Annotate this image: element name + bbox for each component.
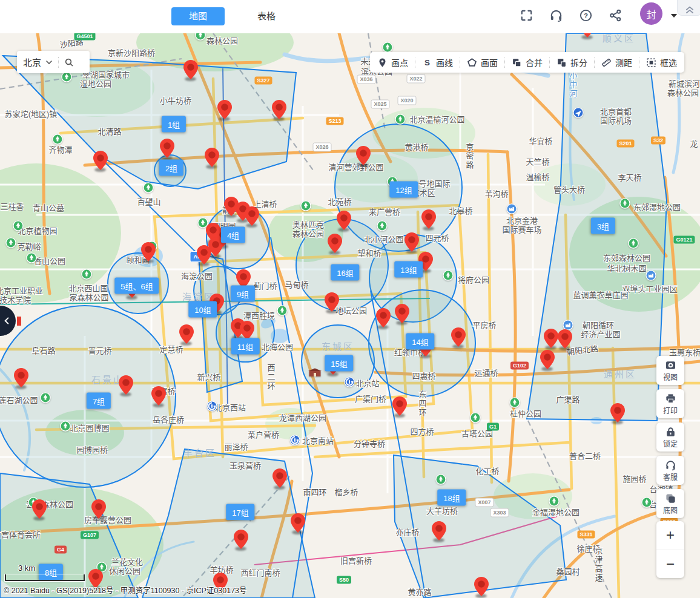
map-pin[interactable]: [179, 324, 194, 344]
map-pin[interactable]: [140, 242, 156, 262]
map-pin[interactable]: [394, 303, 410, 324]
group-label[interactable]: 10组: [188, 301, 217, 318]
toolbar-divider: [504, 58, 505, 68]
map-place-label: 东城区: [322, 340, 354, 352]
help-icon[interactable]: ?: [579, 8, 593, 22]
group-label[interactable]: 14组: [406, 334, 434, 350]
map-place-label: 蓝调薰衣草庄园: [573, 289, 628, 300]
group-label[interactable]: 9组: [231, 286, 255, 302]
search-icon[interactable]: [64, 58, 74, 67]
side-tool-headset[interactable]: 客服: [656, 456, 684, 485]
zoom-out-button[interactable]: −: [656, 550, 684, 579]
group-label[interactable]: 3组: [591, 218, 615, 234]
map-pin[interactable]: [31, 499, 47, 519]
road-shield: S327: [254, 77, 272, 85]
road-shield: X025: [371, 100, 389, 109]
road-shield: S331: [577, 531, 595, 539]
draw-tool-merge[interactable]: 合并: [512, 56, 543, 68]
map-pin[interactable]: [151, 386, 167, 406]
fullscreen-icon[interactable]: [520, 8, 533, 22]
map-place-label: 湿地公园: [80, 77, 111, 89]
support-icon[interactable]: [549, 8, 563, 22]
group-label[interactable]: 15组: [325, 355, 353, 372]
draw-tool-split[interactable]: 拆分: [556, 56, 587, 68]
map-pin[interactable]: [217, 99, 233, 120]
map-pin[interactable]: [421, 209, 437, 229]
side-tool-label: 打印: [663, 405, 678, 415]
group-label[interactable]: 16组: [331, 264, 359, 281]
map-place-label: 榴乡桥: [334, 486, 358, 498]
draw-tool-polygon[interactable]: 画面: [467, 56, 498, 68]
map-pin[interactable]: [392, 396, 408, 416]
group-label[interactable]: 4组: [221, 227, 245, 243]
group-label[interactable]: 18组: [437, 490, 466, 506]
group-label[interactable]: 2组: [159, 160, 183, 176]
map-pin[interactable]: [290, 513, 306, 533]
side-tool-lock[interactable]: 锁定: [656, 422, 684, 452]
map-place-label: 北小河公园: [364, 233, 403, 245]
map-pin[interactable]: [610, 402, 626, 423]
share-icon[interactable]: [609, 8, 622, 22]
zoom-in-button[interactable]: +: [656, 521, 684, 550]
map-pin[interactable]: [579, 33, 595, 38]
map-pin[interactable]: [204, 147, 220, 168]
map-pin[interactable]: [159, 138, 175, 159]
map-pin[interactable]: [272, 468, 288, 488]
map-place-label: 阜石路: [31, 344, 55, 356]
draw-tool-measure[interactable]: 测距: [601, 56, 632, 68]
group-label[interactable]: 1组: [162, 116, 186, 133]
map-place-label: 家森林公园: [69, 291, 108, 303]
map-pin[interactable]: [451, 327, 466, 347]
draw-tool-polyline[interactable]: S画线: [422, 56, 453, 68]
road-shield: X007: [475, 498, 494, 507]
map-pin[interactable]: [474, 576, 489, 597]
map-place-label: 华宜桥: [529, 135, 552, 146]
map-place-label: 四方桥: [410, 426, 434, 437]
map-place-label: 远通桥: [474, 367, 498, 378]
group-label[interactable]: 7组: [87, 393, 111, 409]
collapse-header-button[interactable]: [677, 0, 700, 16]
side-tool-layers[interactable]: 底图: [656, 489, 684, 518]
map-pin[interactable]: [93, 150, 108, 171]
map-pin[interactable]: [271, 99, 287, 120]
map-place-label: 森林公园: [206, 34, 238, 46]
side-tool-view[interactable]: 视图: [656, 356, 684, 385]
map-canvas[interactable]: 沙阳路京新沙阳路桥翠湖国家城市湿地公园森林公园小牛坊桥北清路苏家坨(地区)镇齐物…: [0, 33, 700, 598]
city-selector[interactable]: 北京: [17, 51, 90, 73]
map-place-label: 克勒峪: [17, 240, 41, 252]
map-pin[interactable]: [336, 210, 352, 231]
map-pin[interactable]: [244, 206, 260, 226]
map-pin[interactable]: [355, 145, 371, 166]
tab-table[interactable]: 表格: [248, 7, 285, 25]
map-pin[interactable]: [91, 499, 107, 519]
map-pin[interactable]: [404, 232, 420, 252]
tab-map[interactable]: 地图: [171, 7, 225, 25]
map-pin[interactable]: [327, 233, 343, 254]
map-pin[interactable]: [557, 329, 573, 349]
group-label[interactable]: 17组: [226, 504, 254, 521]
map-pin[interactable]: [13, 367, 29, 388]
map-pin[interactable]: [183, 59, 199, 80]
avatar[interactable]: 封: [640, 2, 662, 25]
group-label[interactable]: 13组: [394, 261, 423, 278]
side-tool-print[interactable]: 打印: [656, 389, 684, 418]
draw-tool-marquee[interactable]: 框选: [646, 56, 677, 68]
map-pin[interactable]: [540, 349, 555, 370]
map-pin[interactable]: [233, 529, 249, 550]
map-pin[interactable]: [431, 521, 447, 541]
city-name[interactable]: 北京: [23, 56, 41, 68]
group-label[interactable]: 12组: [389, 182, 418, 198]
draw-tool-pin[interactable]: 画点: [377, 56, 408, 68]
map-place-label: 望和桥: [357, 247, 381, 258]
park-icon: [26, 252, 37, 263]
map-pin[interactable]: [375, 307, 391, 328]
group-label[interactable]: 5组、6组: [114, 278, 159, 294]
map-pin[interactable]: [118, 375, 134, 395]
map-place-label: 新城滨河: [669, 77, 700, 89]
headset-icon: [665, 459, 676, 471]
map-place-label: 国际赛车场: [502, 223, 541, 235]
map-pin[interactable]: [196, 245, 212, 265]
group-label[interactable]: 11组: [231, 338, 260, 355]
marquee-icon: [646, 58, 656, 68]
map-pin[interactable]: [324, 292, 340, 312]
